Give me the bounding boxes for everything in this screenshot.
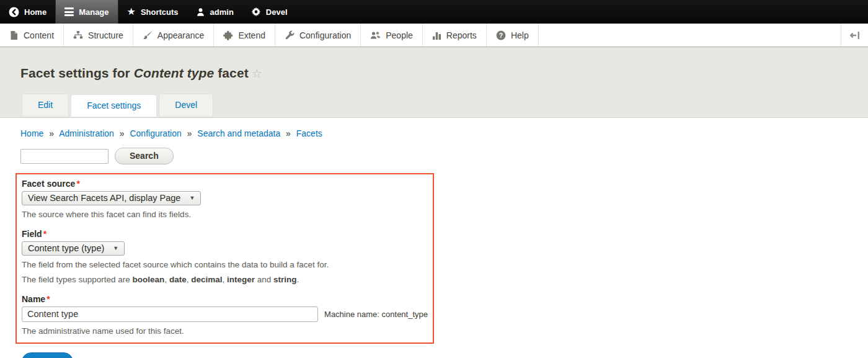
type-date: date <box>169 275 187 284</box>
menu-item-help[interactable]: ? Help <box>487 24 539 47</box>
form-item-field: Field* Content type (type) ▼ The field f… <box>22 229 428 286</box>
name-input[interactable] <box>22 307 318 322</box>
field-types-description: The field types supported are boolean, d… <box>22 274 428 286</box>
label-text: Facet source <box>22 179 75 189</box>
help-icon: ? <box>496 30 506 40</box>
toolbar-item-label: Devel <box>266 7 288 17</box>
breadcrumb-separator: » <box>286 128 291 138</box>
breadcrumb-link-configuration[interactable]: Configuration <box>130 128 181 138</box>
toolbar-spacer <box>539 24 841 47</box>
menu-item-content[interactable]: Content <box>0 24 64 47</box>
selected-option: View Search Facets API, display Page <box>28 193 180 203</box>
menu-item-label: Appearance <box>157 30 205 40</box>
page-header: Facet settings for Content type facet☆ E… <box>0 47 868 118</box>
text-part: , <box>222 275 227 284</box>
name-input-row: Machine name: content_type <box>22 307 428 322</box>
tab-label: Devel <box>175 100 197 110</box>
menu-item-extend[interactable]: Extend <box>214 24 275 47</box>
hamburger-icon <box>64 7 74 16</box>
toolbar-item-devel[interactable]: Devel <box>242 0 296 24</box>
facet-search-form: Search <box>20 148 868 164</box>
required-marker: * <box>46 294 50 304</box>
toolbar-item-shortcuts[interactable]: ★ Shortcuts <box>118 0 187 24</box>
admin-menu-toolbar: Content Structure Appearance Extend Conf… <box>0 24 868 47</box>
primary-tabs: Edit Facet settings Devel <box>22 94 868 116</box>
chevron-down-icon: ▼ <box>113 245 118 251</box>
toolbar-item-home[interactable]: Home <box>0 0 55 24</box>
menu-item-label: People <box>386 30 413 40</box>
save-button[interactable]: Save <box>22 352 73 358</box>
tab-devel[interactable]: Devel <box>159 94 213 116</box>
page-title: Facet settings for Content type facet☆ <box>20 66 868 81</box>
menu-item-label: Content <box>24 30 54 40</box>
favorite-star-icon[interactable]: ☆ <box>252 67 262 80</box>
text-part: The field types supported are <box>22 275 133 284</box>
breadcrumb-link-facets[interactable]: Facets <box>296 128 322 138</box>
tab-label: Facet settings <box>87 101 141 110</box>
type-string: string <box>273 275 297 284</box>
label-text: Name <box>22 294 45 304</box>
text-part: . <box>297 275 299 284</box>
text-part: and <box>255 275 273 284</box>
page-title-suffix: facet <box>214 66 248 80</box>
breadcrumb-link-administration[interactable]: Administration <box>59 128 114 138</box>
breadcrumb-separator: » <box>120 128 125 138</box>
tab-facet-settings[interactable]: Facet settings <box>71 94 157 117</box>
toolbar-item-label: Manage <box>79 7 108 17</box>
file-icon <box>9 30 19 40</box>
field-select[interactable]: Content type (type) ▼ <box>22 241 125 256</box>
sitemap-icon <box>73 30 83 40</box>
type-integer: integer <box>227 275 255 284</box>
toolbar-item-label: Home <box>24 7 46 17</box>
field-label: Field* <box>22 229 428 239</box>
menu-item-label: Configuration <box>299 30 351 40</box>
facet-source-select[interactable]: View Search Facets API, display Page ▼ <box>22 191 201 205</box>
pin-left-icon[interactable] <box>841 24 868 47</box>
svg-text:?: ? <box>499 31 503 38</box>
page-title-facet-name: Content type <box>134 66 215 80</box>
puzzle-icon <box>223 30 233 40</box>
user-icon <box>196 7 205 17</box>
wrench-icon <box>285 30 294 40</box>
search-input[interactable] <box>20 149 108 164</box>
chevron-down-icon: ▼ <box>189 195 195 201</box>
menu-item-appearance[interactable]: Appearance <box>133 24 215 47</box>
breadcrumb-link-home[interactable]: Home <box>20 128 43 138</box>
gear-icon <box>251 7 261 17</box>
form-actions: Save Delete <box>22 352 868 358</box>
toolbar-item-label: Shortcuts <box>141 7 179 17</box>
toolbar-item-admin-user[interactable]: admin <box>187 0 242 24</box>
page-title-prefix: Facet settings for <box>20 66 134 80</box>
admin-toolbar: Home Manage ★ Shortcuts admin Devel <box>0 0 868 24</box>
bar-chart-icon <box>432 30 441 40</box>
breadcrumb-separator: » <box>187 128 192 138</box>
selected-option: Content type (type) <box>28 243 104 253</box>
people-icon <box>370 30 381 40</box>
required-marker: * <box>43 229 46 239</box>
menu-item-label: Structure <box>88 30 123 40</box>
tab-edit[interactable]: Edit <box>22 94 69 116</box>
menu-item-label: Help <box>511 30 529 40</box>
back-circle-icon <box>9 7 19 17</box>
star-icon: ★ <box>127 7 136 17</box>
type-decimal: decimal <box>191 275 222 284</box>
toolbar-item-label: admin <box>210 7 234 17</box>
field-description: The field from the selected facet source… <box>22 259 428 271</box>
menu-item-structure[interactable]: Structure <box>64 24 133 47</box>
search-button[interactable]: Search <box>115 148 174 164</box>
required-marker: * <box>76 179 79 189</box>
type-boolean: boolean <box>133 275 165 284</box>
paintbrush-icon <box>143 30 153 40</box>
menu-item-reports[interactable]: Reports <box>423 24 487 47</box>
toolbar-item-manage[interactable]: Manage <box>55 0 118 24</box>
form-item-facet-source: Facet source* View Search Facets API, di… <box>22 179 428 221</box>
menu-item-configuration[interactable]: Configuration <box>275 24 361 47</box>
breadcrumb: Home » Administration » Configuration » … <box>20 128 868 138</box>
name-label: Name* <box>22 294 428 304</box>
breadcrumb-link-search-and-metadata[interactable]: Search and metadata <box>197 128 280 138</box>
menu-item-label: Reports <box>446 30 477 40</box>
form-item-name: Name* Machine name: content_type The adm… <box>22 294 428 338</box>
breadcrumb-separator: » <box>49 128 54 138</box>
menu-item-people[interactable]: People <box>361 24 423 47</box>
menu-item-label: Extend <box>238 30 265 40</box>
